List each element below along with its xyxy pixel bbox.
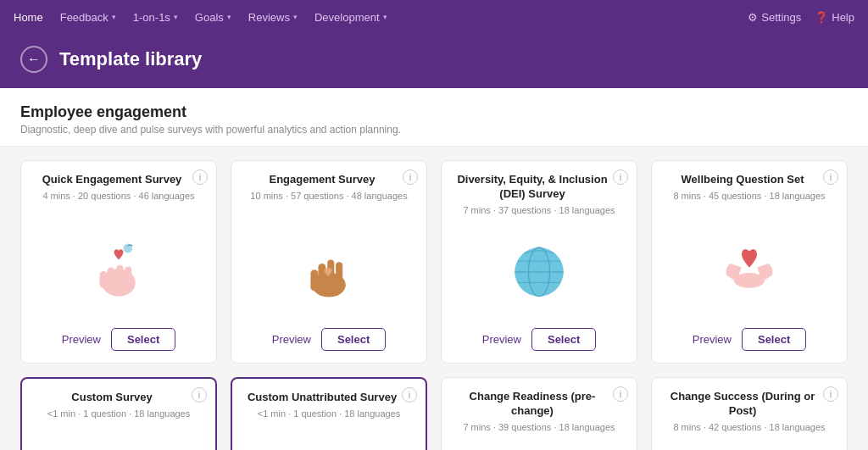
chevron-down-icon: ▾ — [383, 13, 387, 21]
card-change-success: i Change Success (During or Post) 8 mins… — [651, 377, 848, 450]
card-image — [243, 208, 415, 319]
card-image — [33, 208, 204, 319]
nav-item-goals[interactable]: Goals ▾ — [195, 11, 231, 24]
card-image — [453, 222, 625, 319]
navbar: Home Feedback ▾ 1-on-1s ▾ Goals ▾ Review… — [0, 0, 868, 34]
svg-rect-4 — [100, 271, 108, 288]
chevron-down-icon: ▾ — [174, 13, 178, 21]
nav-item-reviews[interactable]: Reviews ▾ — [248, 11, 298, 24]
card-title: Quick Engagement Survey — [33, 173, 204, 187]
preview-link[interactable]: Preview — [62, 333, 101, 346]
preview-link[interactable]: Preview — [693, 333, 732, 346]
card-title: Custom Unattributed Survey — [244, 391, 414, 405]
page-title: Template library — [59, 48, 202, 70]
card-change-readiness: i Change Readiness (pre-change) 7 mins ·… — [441, 377, 637, 450]
gear-icon: ⚙ — [748, 11, 758, 24]
select-button[interactable]: Select — [531, 328, 596, 351]
card-image: ★ ✦ ✦ — [664, 439, 835, 450]
card-actions: Preview Select — [453, 328, 625, 351]
card-info-icon[interactable]: i — [613, 386, 628, 402]
section-header: Employee engagement Diagnostic, deep div… — [0, 88, 868, 147]
card-quick-engagement: i Quick Engagement Survey 4 mins · 20 qu… — [20, 160, 217, 364]
chevron-down-icon: ▾ — [227, 13, 231, 21]
card-image: ? — [244, 425, 414, 450]
svg-point-16 — [734, 273, 765, 288]
section-title: Employee engagement — [20, 103, 848, 121]
cards-grid: i Quick Engagement Survey 4 mins · 20 qu… — [20, 160, 848, 450]
card-dei-survey: i Diversity, Equity, & Inclusion (DEI) S… — [441, 160, 637, 364]
card-info-icon[interactable]: i — [192, 387, 207, 403]
nav-item-home[interactable]: Home — [14, 11, 43, 24]
select-button[interactable]: Select — [321, 328, 386, 351]
nav-right: ⚙ Settings ❓ Help — [748, 11, 854, 24]
card-custom-unattributed: i Custom Unattributed Survey <1 min · 1 … — [231, 377, 427, 450]
card-image — [453, 439, 625, 450]
card-meta: 8 mins · 45 questions · 18 languages — [664, 191, 835, 201]
svg-rect-3 — [125, 267, 131, 286]
nav-item-1on1s[interactable]: 1-on-1s ▾ — [133, 11, 178, 24]
card-wellbeing: i Wellbeing Question Set 8 mins · 45 que… — [651, 160, 848, 364]
card-meta: 10 mins · 57 questions · 48 languages — [243, 191, 415, 201]
card-info-icon[interactable]: i — [613, 169, 628, 185]
nav-item-feedback[interactable]: Feedback ▾ — [60, 11, 116, 24]
card-meta: 4 mins · 20 questions · 46 languages — [33, 191, 204, 201]
card-meta: 7 mins · 39 questions · 18 languages — [453, 422, 625, 432]
select-button[interactable]: Select — [111, 328, 175, 351]
card-title: Diversity, Equity, & Inclusion (DEI) Sur… — [453, 173, 625, 202]
card-title: Change Readiness (pre-change) — [453, 390, 625, 419]
card-meta: 7 mins · 37 questions · 18 languages — [453, 205, 625, 215]
card-actions: Preview Select — [243, 328, 415, 351]
card-image — [34, 425, 203, 450]
card-actions: Preview Select — [664, 328, 835, 351]
card-title: Change Success (During or Post) — [664, 390, 835, 419]
card-meta: 8 mins · 42 questions · 18 languages — [664, 422, 835, 432]
preview-link[interactable]: Preview — [482, 333, 521, 346]
nav-left: Home Feedback ▾ 1-on-1s ▾ Goals ▾ Review… — [14, 11, 387, 24]
chevron-down-icon: ▾ — [112, 13, 116, 21]
cards-area: i Quick Engagement Survey 4 mins · 20 qu… — [0, 147, 868, 450]
card-title: Custom Survey — [34, 391, 203, 405]
section-description: Diagnostic, deep dive and pulse surveys … — [20, 124, 848, 136]
svg-rect-7 — [318, 264, 326, 292]
card-image — [664, 208, 835, 319]
svg-rect-2 — [116, 265, 123, 286]
card-actions: Preview Select — [33, 328, 204, 351]
help-link[interactable]: ❓ Help — [815, 11, 854, 24]
card-custom-survey: i Custom Survey <1 min · 1 question · 18… — [20, 377, 217, 450]
svg-rect-10 — [310, 269, 318, 291]
help-icon: ❓ — [815, 11, 828, 24]
card-info-icon[interactable]: i — [403, 169, 418, 185]
settings-link[interactable]: ⚙ Settings — [748, 11, 801, 24]
page-header: ← Template library — [0, 34, 868, 88]
preview-link[interactable]: Preview — [272, 333, 311, 346]
card-engagement-survey: i Engagement Survey 10 mins · 57 questio… — [231, 160, 427, 364]
select-button[interactable]: Select — [742, 328, 806, 351]
back-arrow-icon: ← — [27, 52, 41, 67]
card-title: Engagement Survey — [243, 173, 415, 187]
back-button[interactable]: ← — [20, 46, 47, 73]
card-title: Wellbeing Question Set — [664, 173, 835, 187]
card-meta: <1 min · 1 question · 18 languages — [244, 408, 414, 419]
nav-item-development[interactable]: Development ▾ — [314, 11, 387, 24]
card-meta: <1 min · 1 question · 18 languages — [34, 408, 203, 419]
svg-rect-1 — [108, 267, 115, 290]
card-info-icon[interactable]: i — [402, 387, 417, 403]
svg-rect-9 — [336, 262, 342, 289]
card-info-icon[interactable]: i — [823, 386, 838, 402]
card-info-icon[interactable]: i — [823, 169, 838, 185]
chevron-down-icon: ▾ — [293, 13, 298, 21]
card-info-icon[interactable]: i — [192, 169, 208, 185]
